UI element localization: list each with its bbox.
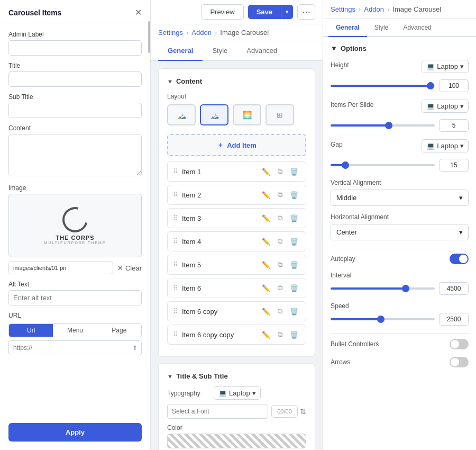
delete-item-button[interactable]: 🗑️: [288, 259, 300, 270]
edit-item-button[interactable]: ✏️: [260, 306, 272, 317]
url-tab-page[interactable]: Page: [97, 324, 141, 337]
url-tab-url[interactable]: Url: [9, 324, 53, 337]
delete-item-button[interactable]: 🗑️: [288, 190, 300, 200]
breadcrumb-addon[interactable]: Addon: [191, 29, 212, 37]
delete-item-button[interactable]: 🗑️: [288, 236, 300, 247]
items-per-slide-device-select[interactable]: 💻 Laptop ▾: [422, 100, 469, 113]
more-options-button[interactable]: ⋯: [297, 4, 315, 20]
duplicate-item-button[interactable]: ⧉: [276, 213, 285, 223]
layout-option-3[interactable]: 🌅: [233, 104, 261, 125]
options-section-title: Options: [341, 44, 367, 52]
edit-item-button[interactable]: ✏️: [260, 329, 272, 340]
typography-device-select[interactable]: 💻 Laptop ▾: [214, 386, 261, 400]
delete-item-button[interactable]: 🗑️: [288, 213, 300, 223]
options-section-header[interactable]: ▼ Options: [331, 44, 469, 52]
ips-input[interactable]: 5: [439, 119, 469, 132]
admin-label-input[interactable]: [8, 40, 142, 56]
apply-button[interactable]: Apply: [8, 423, 142, 442]
tab-general[interactable]: General: [158, 41, 203, 61]
tab-style[interactable]: Style: [203, 41, 237, 61]
clear-button[interactable]: ✕ Clear: [117, 264, 142, 272]
height-slider-thumb[interactable]: [427, 82, 434, 89]
url-tab-menu[interactable]: Menu: [53, 324, 97, 337]
right-tab-general[interactable]: General: [328, 19, 367, 37]
edit-item-button[interactable]: ✏️: [260, 190, 272, 200]
url-input[interactable]: [8, 340, 142, 355]
save-button[interactable]: Save: [248, 5, 281, 19]
image-preview[interactable]: THE CORPS MULTIPURPOSE THEME: [8, 194, 142, 257]
title-subtitle-section-header[interactable]: ▼ Title & Sub Title: [167, 372, 306, 380]
add-item-button[interactable]: ＋ Add Item: [167, 134, 306, 156]
close-button[interactable]: ✕: [135, 7, 142, 17]
speed-slider-thumb[interactable]: [377, 316, 385, 323]
right-breadcrumb-settings[interactable]: Settings: [331, 5, 355, 13]
content-textarea[interactable]: [8, 134, 142, 176]
layout-option-1[interactable]: 🏔️: [167, 104, 196, 125]
drag-handle[interactable]: ⠿: [173, 214, 178, 222]
height-input[interactable]: 100: [439, 79, 469, 92]
delete-item-button[interactable]: 🗑️: [288, 329, 300, 340]
right-tab-style[interactable]: Style: [367, 19, 396, 37]
drag-handle[interactable]: ⠿: [173, 191, 178, 199]
left-panel-body: Admin Label Title Sub Title Content Imag…: [0, 23, 150, 418]
interval-slider[interactable]: [331, 287, 435, 290]
height-slider[interactable]: [331, 85, 435, 87]
ips-slider-thumb[interactable]: [385, 122, 392, 129]
right-tab-advanced[interactable]: Advanced: [396, 19, 438, 37]
delete-item-button[interactable]: 🗑️: [288, 306, 300, 317]
scrollbar[interactable]: [148, 21, 150, 53]
bullet-controllers-label: Bullet Controllers: [331, 340, 379, 348]
delete-item-button[interactable]: 🗑️: [288, 166, 300, 177]
height-device-select[interactable]: 💻 Laptop ▾: [422, 60, 469, 73]
speed-input[interactable]: 2500: [439, 313, 469, 326]
duplicate-item-button[interactable]: ⧉: [276, 329, 285, 340]
font-select-input[interactable]: [167, 404, 268, 419]
ips-device-label: Laptop: [437, 102, 458, 110]
drag-handle[interactable]: ⠿: [173, 284, 178, 292]
arrows-label: Arrows: [331, 358, 350, 366]
font-resize-icon[interactable]: ⇅: [300, 407, 306, 416]
ips-slider[interactable]: [331, 124, 435, 127]
autoplay-toggle[interactable]: [450, 254, 469, 264]
duplicate-item-button[interactable]: ⧉: [276, 283, 285, 293]
drag-handle[interactable]: ⠿: [173, 261, 178, 268]
horizontal-alignment-select[interactable]: Center ▾: [331, 224, 469, 240]
color-swatch[interactable]: [167, 434, 306, 448]
drag-handle[interactable]: ⠿: [173, 238, 178, 245]
content-section-header[interactable]: ▼ Content: [167, 77, 306, 85]
duplicate-item-button[interactable]: ⧉: [276, 236, 285, 247]
duplicate-item-button[interactable]: ⧉: [276, 166, 285, 177]
duplicate-item-button[interactable]: ⧉: [276, 259, 285, 270]
save-dropdown-button[interactable]: ▾: [281, 5, 293, 19]
speed-slider[interactable]: [331, 318, 435, 320]
edit-item-button[interactable]: ✏️: [260, 166, 272, 177]
bullet-controllers-toggle[interactable]: [450, 339, 469, 349]
gap-slider[interactable]: [331, 164, 435, 166]
arrows-toggle[interactable]: [450, 357, 469, 367]
gap-input[interactable]: 15: [439, 159, 469, 172]
subtitle-input[interactable]: [8, 103, 142, 118]
gap-slider-thumb[interactable]: [342, 161, 349, 169]
edit-item-button[interactable]: ✏️: [260, 213, 272, 223]
tab-advanced[interactable]: Advanced: [237, 41, 287, 61]
layout-option-2[interactable]: 🏔️: [200, 104, 228, 125]
title-input[interactable]: [8, 71, 142, 87]
interval-input[interactable]: 4500: [439, 282, 469, 295]
breadcrumb-settings[interactable]: Settings: [158, 29, 183, 37]
vertical-alignment-select[interactable]: Middle ▾: [331, 190, 469, 206]
edit-item-button[interactable]: ✏️: [260, 283, 272, 293]
drag-handle[interactable]: ⠿: [173, 331, 178, 338]
alt-text-input[interactable]: [8, 290, 142, 305]
delete-item-button[interactable]: 🗑️: [288, 283, 300, 293]
edit-item-button[interactable]: ✏️: [260, 236, 272, 247]
gap-device-select[interactable]: 💻 Laptop ▾: [422, 139, 469, 152]
drag-handle[interactable]: ⠿: [173, 168, 178, 175]
layout-option-4[interactable]: ⊞: [266, 104, 294, 125]
drag-handle[interactable]: ⠿: [173, 308, 178, 315]
duplicate-item-button[interactable]: ⧉: [276, 306, 285, 317]
interval-slider-thumb[interactable]: [402, 285, 409, 292]
right-breadcrumb-addon[interactable]: Addon: [364, 5, 384, 13]
duplicate-item-button[interactable]: ⧉: [276, 190, 285, 200]
preview-button[interactable]: Preview: [201, 4, 243, 20]
edit-item-button[interactable]: ✏️: [260, 259, 272, 270]
